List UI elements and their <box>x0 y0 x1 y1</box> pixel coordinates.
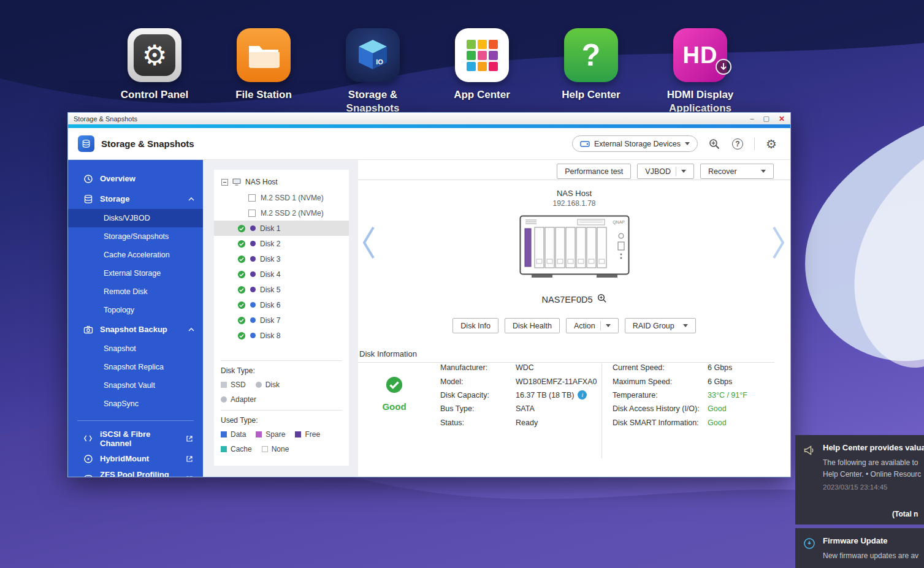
next-device-chevron[interactable] <box>771 225 787 263</box>
chevron-up-icon[interactable] <box>188 197 194 201</box>
sidebar-item-label: iSCSI & Fibre Channel <box>100 430 179 448</box>
hdmi-display-icon[interactable]: HD <box>673 28 727 82</box>
file-station-icon[interactable] <box>237 28 291 82</box>
status-good-icon <box>237 224 246 233</box>
field-current-speed: Current Speed:6 Gbps <box>613 361 747 374</box>
storage-cube-icon: IO <box>355 37 391 73</box>
download-badge-icon[interactable] <box>716 59 731 75</box>
sidebar-item-snapsync[interactable]: SnapSync <box>68 395 203 413</box>
tree-item-disk-2[interactable]: Disk 2 <box>214 236 349 251</box>
sidebar-item-external-storage[interactable]: External Storage <box>68 264 203 282</box>
disk-type-dot <box>250 241 256 246</box>
action-dropdown-button[interactable]: Action <box>566 318 619 333</box>
sidebar-item-snapshot-replica[interactable]: Snapshot Replica <box>68 358 203 376</box>
notification-total: (Total n <box>892 510 918 518</box>
free-swatch <box>295 431 301 437</box>
close-button[interactable]: ✕ <box>779 115 785 123</box>
sidebar-item-hybridmount[interactable]: HybridMount <box>68 449 203 469</box>
storage-snapshots-window: Storage & Snapshots – ▢ ✕ Storage & Snap… <box>67 112 791 477</box>
info-icon[interactable]: i <box>578 390 587 399</box>
help-center-icon[interactable]: ? <box>564 28 618 82</box>
tree-item-disk-8[interactable]: Disk 8 <box>214 328 349 343</box>
desktop-icon-file-station[interactable]: File Station <box>209 28 318 115</box>
chevron-down-icon <box>606 324 611 327</box>
desktop-icon-control-panel[interactable]: ⚙ Control Panel <box>100 28 209 115</box>
disk-type-dot <box>250 271 256 277</box>
tree-item-m2-ssd-1[interactable]: M.2 SSD 1 (NVMe) <box>214 190 349 205</box>
sidebar-item-remote-disk[interactable]: Remote Disk <box>68 282 203 301</box>
previous-device-chevron[interactable] <box>361 225 376 263</box>
device-selector-dropdown[interactable]: External Storage Devices <box>572 135 698 152</box>
svg-text:IO: IO <box>376 58 383 66</box>
sidebar-item-snapshot-backup[interactable]: Snapshot Backup <box>68 319 203 339</box>
snapshot-camera-icon <box>83 324 93 335</box>
tree-item-disk-3[interactable]: Disk 3 <box>214 251 349 267</box>
status-good-icon <box>237 286 246 294</box>
settings-gear-icon[interactable]: ⚙ <box>765 137 778 151</box>
sidebar-item-disks-vjbod[interactable]: Disks/VJBOD <box>68 209 203 227</box>
checkbox[interactable] <box>248 210 256 217</box>
status-good-icon <box>237 270 246 279</box>
spare-swatch <box>256 431 262 437</box>
sidebar-item-topology[interactable]: Topology <box>68 301 203 319</box>
notification-line: Help Center. • Online Resourc <box>823 469 924 480</box>
disk-status-text: Good <box>373 401 416 412</box>
host-name: NAS Host <box>358 189 790 198</box>
chevron-up-icon[interactable] <box>188 328 194 331</box>
maximize-button[interactable]: ▢ <box>763 115 769 122</box>
tree-item-m2-ssd-2[interactable]: M.2 SSD 2 (NVMe) <box>214 205 349 221</box>
tree-item-disk-4[interactable]: Disk 4 <box>214 267 349 282</box>
tree-item-disk-5[interactable]: Disk 5 <box>214 282 349 297</box>
firmware-update-notification[interactable]: Firmware Update New firmware updates are… <box>795 528 924 568</box>
desktop-icon-storage-snapshots[interactable]: IO Storage & Snapshots <box>318 28 427 115</box>
status-good-icon <box>237 240 246 248</box>
sidebar-item-storage-snapshots[interactable]: Storage/Snapshots <box>68 227 203 246</box>
sidebar-item-storage[interactable]: Storage <box>68 189 203 209</box>
minimize-button[interactable]: – <box>750 115 754 122</box>
sidebar-item-label: Snapshot Backup <box>100 325 167 334</box>
desktop-icon-help-center[interactable]: ? Help Center <box>536 28 646 115</box>
disk-info-button[interactable]: Disk Info <box>452 318 498 333</box>
app-center-icon[interactable] <box>455 28 509 82</box>
sidebar-item-zfs-pool-profiling[interactable]: ZFS Pool Profiling Tool <box>68 469 203 477</box>
checkbox[interactable] <box>248 194 256 202</box>
sidebar-item-snapshot[interactable]: Snapshot <box>68 339 203 358</box>
help-center-notification[interactable]: Help Center provides valuab The followin… <box>795 435 924 524</box>
diagnostic-tool-icon[interactable] <box>708 137 721 151</box>
desktop-icon-label: Control Panel <box>121 88 189 102</box>
notification-title: Help Center provides valuab <box>823 443 924 452</box>
status-good-icon <box>237 316 246 325</box>
help-icon[interactable]: ? <box>731 137 744 151</box>
desktop-icon-label: Storage & Snapshots <box>330 88 416 115</box>
zoom-in-icon[interactable] <box>597 293 607 305</box>
used-type-legend-title: Used Type: <box>221 416 342 425</box>
device-selector-label: External Storage Devices <box>594 140 681 148</box>
host-ip: 192.168.1.78 <box>358 199 790 208</box>
tree-item-disk-7[interactable]: Disk 7 <box>214 312 349 328</box>
overview-icon <box>83 173 93 184</box>
sidebar-item-iscsi-fibre-channel[interactable]: iSCSI & Fibre Channel <box>68 428 203 449</box>
desktop-icon-row: ⚙ Control Panel File Station IO Storage … <box>100 28 755 115</box>
recover-dropdown-button[interactable]: Recover <box>700 164 774 179</box>
tree-root-nas-host[interactable]: NAS Host <box>214 174 349 190</box>
disk-type-dot <box>250 333 256 338</box>
desktop-icon-app-center[interactable]: App Center <box>427 28 536 115</box>
status-good-icon <box>385 376 403 394</box>
storage-snapshots-icon[interactable]: IO <box>346 28 400 82</box>
desktop-icon-hdmi-display[interactable]: HD HDMI Display Applications <box>646 28 755 115</box>
disk-health-button[interactable]: Disk Health <box>505 318 560 333</box>
sidebar-item-cache-acceleration[interactable]: Cache Acceleration <box>68 246 203 264</box>
sidebar-item-overview[interactable]: Overview <box>68 169 203 189</box>
chevron-down-icon <box>683 324 688 327</box>
control-panel-icon[interactable]: ⚙ <box>128 28 181 82</box>
raid-group-dropdown-button[interactable]: RAID Group <box>625 318 696 333</box>
sidebar-item-label: ZFS Pool Profiling Tool <box>100 470 179 477</box>
tree-item-disk-1[interactable]: Disk 1 <box>214 221 349 236</box>
vjbod-dropdown-button[interactable]: VJBOD <box>637 164 694 179</box>
tree-item-disk-6[interactable]: Disk 6 <box>214 297 349 312</box>
nas-enclosure-image[interactable]: QNAP <box>519 215 630 281</box>
collapse-icon[interactable] <box>221 179 228 186</box>
sidebar-item-snapshot-vault[interactable]: Snapshot Vault <box>68 376 203 395</box>
performance-test-button[interactable]: Performance test <box>557 164 631 179</box>
window-titlebar[interactable]: Storage & Snapshots – ▢ ✕ <box>68 113 790 124</box>
